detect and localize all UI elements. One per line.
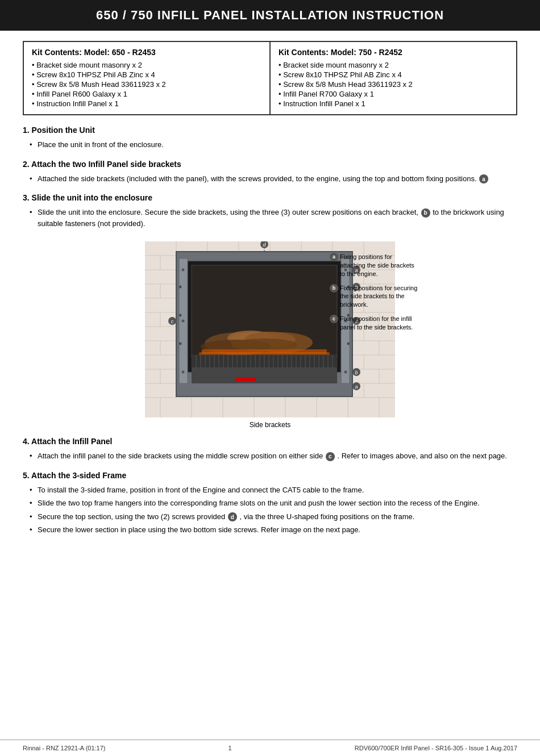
list-item: Infill Panel R700 Galaxy x 1 (279, 89, 508, 99)
label-a-row: a Fixing positions for attaching the sid… (330, 253, 418, 278)
svg-point-151 (181, 319, 185, 323)
step-5-bullet3-cont: , via the three U-shaped fixing position… (239, 512, 414, 521)
label-b-row: b Fixing positions for securing the side… (330, 284, 418, 310)
step-5-number: 5. (23, 471, 31, 480)
step-2-title: Attach the two Infill Panel side bracket… (31, 160, 181, 169)
list-item: Secure the top section, using the two (2… (28, 510, 517, 524)
step-4-text-cont: . Refer to images above, and also on the… (337, 452, 506, 460)
badge-c-step4: c (326, 452, 335, 461)
page: 650 / 750 INFILL PANEL INSTALLATION INST… (0, 0, 540, 756)
step-4-title: Attach the Infill Panel (31, 437, 112, 446)
svg-rect-146 (192, 367, 337, 383)
list-item: Infill Panel R600 Galaxy x 1 (32, 89, 261, 99)
kit-750-list: Bracket side mount masonry x 2 Screw 8x1… (279, 60, 508, 108)
label-badge-a: a (330, 253, 338, 261)
step-1-number: 1. (23, 126, 32, 135)
list-item: Bracket side mount masonry x 2 (279, 60, 508, 70)
list-item: Attached the side brackets (included wit… (28, 172, 517, 186)
svg-point-111 (231, 339, 297, 351)
step-5-list: To install the 3-sided frame, position i… (28, 483, 517, 537)
svg-point-154 (179, 314, 182, 317)
kit-650-list: Bracket side mount masonry x 2 Screw 8x1… (32, 60, 261, 108)
list-item: Bracket side mount masonry x 2 (32, 60, 261, 70)
step-2-list: Attached the side brackets (included wit… (28, 172, 517, 186)
list-item: Secure the lower section in place using … (28, 523, 517, 537)
step-3-list: Slide the unit into the enclosure. Secur… (28, 206, 517, 230)
step-5-bullet2: Slide the two top frame hangers into the… (38, 499, 480, 507)
svg-point-150 (181, 268, 185, 272)
diagram-container: d a b c c b (122, 241, 418, 429)
diagram-labels: a Fixing positions for attaching the sid… (330, 253, 418, 337)
step-4-number: 4. (23, 437, 31, 446)
kit-contents-row: Kit Contents: Model: 650 - R2453 Bracket… (23, 41, 517, 115)
label-badge-b: b (330, 284, 338, 293)
diagram-area: d a b c c b (23, 241, 517, 429)
page-title: 650 / 750 INFILL PANEL INSTALLATION INST… (96, 8, 444, 22)
label-c-text: Fixing position for the infill panel to … (340, 315, 418, 332)
svg-text:c: c (171, 319, 174, 324)
step-3-text: Slide the unit into the enclosure. Secur… (38, 208, 421, 216)
step-4-heading: 4. Attach the Infill Panel (23, 437, 517, 446)
page-header: 650 / 750 INFILL PANEL INSTALLATION INST… (0, 0, 540, 31)
step-5-bullet1: To install the 3-sided frame, position i… (38, 486, 364, 494)
main-content: Kit Contents: Model: 650 - R2453 Bracket… (0, 31, 540, 571)
list-item: Slide the unit into the enclosure. Secur… (28, 206, 517, 230)
list-item: To install the 3-sided frame, position i… (28, 483, 517, 497)
step-1-title: Position the Unit (32, 126, 95, 135)
list-item: Screw 8x 5/8 Mush Head 33611923 x 2 (32, 80, 261, 89)
step-2-number: 2. (23, 160, 31, 169)
step-2-heading: 2. Attach the two Infill Panel side brac… (23, 160, 517, 169)
svg-point-161 (347, 343, 350, 345)
svg-point-158 (344, 370, 347, 374)
badge-d-step5: d (228, 512, 237, 521)
label-c-row: c Fixing position for the infill panel t… (330, 315, 418, 332)
list-item: Attach the infill panel to the side brac… (28, 449, 517, 463)
label-b-text: Fixing positions for securing the side b… (340, 284, 418, 310)
list-item: Instruction Infill Panel x 1 (279, 99, 508, 108)
step-5-bullet3: Secure the top section, using the two (2… (38, 512, 227, 521)
svg-rect-147 (236, 378, 256, 381)
footer-right: RDV600/700ER Infill Panel - SR16-305 - I… (355, 745, 517, 751)
list-item: Instruction Infill Panel x 1 (32, 99, 261, 108)
step-5-title: Attach the 3-sided Frame (31, 471, 126, 480)
kit-750-title: Kit Contents: Model: 750 - R2452 (279, 48, 508, 57)
kit-650-box: Kit Contents: Model: 650 - R2453 Bracket… (24, 42, 271, 114)
page-footer: Rinnai - RNZ 12921-A (01:17) 1 RDV600/70… (0, 740, 540, 756)
step-3-heading: 3. Slide the unit into the enclosure (23, 193, 517, 202)
svg-point-152 (181, 370, 185, 374)
list-item: Place the unit in front of the enclosure… (28, 138, 517, 152)
list-item: Screw 8x10 THPSZ Phil AB Zinc x 4 (32, 70, 261, 80)
step-1-list: Place the unit in front of the enclosure… (28, 138, 517, 152)
svg-text:b: b (355, 370, 358, 375)
label-a-text: Fixing positions for attaching the side … (340, 253, 418, 278)
step-4-list: Attach the infill panel to the side brac… (28, 449, 517, 463)
list-item: Screw 8x 5/8 Mush Head 33611923 x 2 (279, 80, 508, 89)
kit-650-title: Kit Contents: Model: 650 - R2453 (32, 48, 261, 57)
badge-a: a (479, 174, 488, 183)
step-3-number: 3. (23, 193, 32, 202)
step-5-heading: 5. Attach the 3-sided Frame (23, 471, 517, 480)
step-3-title: Slide the unit into the enclosure (32, 193, 152, 202)
svg-text:a: a (355, 384, 358, 390)
svg-point-153 (179, 286, 182, 289)
diagram-caption: Side brackets (122, 421, 418, 429)
step-2-text: Attached the side brackets (included wit… (38, 174, 477, 183)
list-item: Screw 8x10 THPSZ Phil AB Zinc x 4 (279, 70, 508, 80)
badge-b: b (421, 208, 430, 218)
svg-point-155 (179, 343, 182, 345)
footer-page-number: 1 (229, 745, 232, 751)
step-4-text: Attach the infill panel to the side brac… (38, 452, 325, 460)
label-badge-c: c (330, 315, 338, 323)
list-item: Slide the two top frame hangers into the… (28, 496, 517, 510)
step-1-heading: 1. Position the Unit (23, 126, 517, 135)
kit-750-box: Kit Contents: Model: 750 - R2452 Bracket… (271, 42, 516, 114)
footer-left: Rinnai - RNZ 12921-A (01:17) (23, 745, 106, 751)
step-5-bullet4: Secure the lower section in place using … (38, 525, 360, 534)
